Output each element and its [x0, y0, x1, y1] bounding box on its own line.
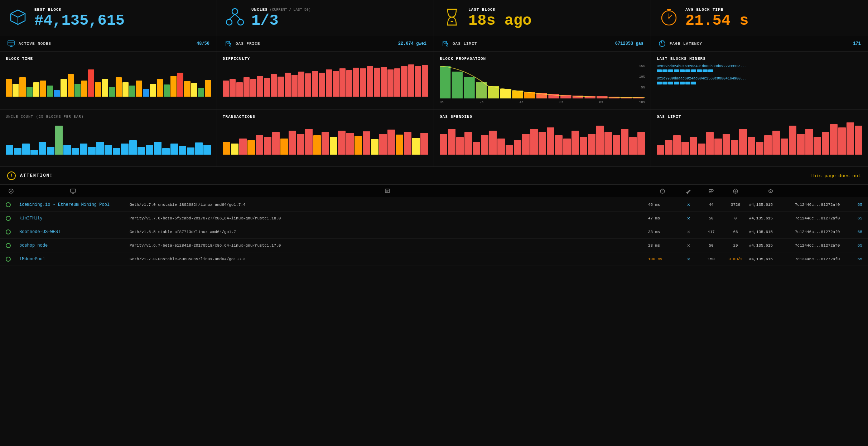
- bar: [401, 66, 407, 97]
- miner-bar: [685, 69, 690, 72]
- bar: [280, 139, 288, 155]
- node-name[interactable]: Bootnode-US-WEST: [19, 229, 127, 234]
- bar: [129, 140, 137, 155]
- miners-list: 0x829bd824b016326a401d083b33d092293333a.…: [657, 64, 862, 84]
- node-row[interactable]: kinΞTHity Parity/v1.7.0-beta-5f2cabd-201…: [0, 212, 868, 225]
- bar: [96, 142, 104, 155]
- node-num: 65: [848, 230, 862, 234]
- bar: [313, 135, 321, 155]
- bar: [387, 130, 395, 155]
- secondary-stats-row: ACTIVE NODES 48/50 GAS PRICE 22.074 gwei…: [0, 36, 868, 52]
- svg-line-1: [18, 14, 25, 17]
- miner-addr-2: 0x1e9939daaad6924ad004c2560e90804164900.…: [657, 77, 862, 81]
- bar: [456, 137, 464, 155]
- miner-bars-1: [657, 69, 862, 72]
- bar: [731, 140, 738, 155]
- gas-spending-title: GAS SPENDING: [440, 115, 645, 119]
- bar: [572, 131, 579, 155]
- cube-icon: [7, 6, 29, 29]
- th-latency-icon: [648, 188, 677, 194]
- node-name[interactable]: bcshop node: [19, 243, 127, 248]
- miner-bar: [662, 69, 667, 72]
- hourglass-icon: [441, 6, 463, 29]
- mining-icon: ✕: [680, 256, 698, 262]
- bar: [489, 131, 497, 155]
- node-block: #4,135,615: [749, 203, 792, 207]
- node-peers: 417: [700, 230, 722, 234]
- bar: [122, 82, 129, 97]
- gas-limit-stat: GAS LIMIT 6712353 gas: [434, 36, 651, 51]
- node-name[interactable]: icemining.io - Ethereum Mining Pool: [19, 202, 127, 207]
- bar: [223, 142, 230, 155]
- gas-limit-label: GAS LIMIT: [453, 42, 612, 46]
- th-client-icon: [130, 188, 645, 194]
- last-blocks-miners-title: LAST BLOCKS MINERS: [657, 57, 862, 61]
- block-time-chart: BLOCK TIME: [0, 52, 217, 110]
- bar: [440, 134, 447, 155]
- miner-entry-1: 0x829bd824b016326a401d083b33d092293333a.…: [657, 64, 862, 72]
- bar: [116, 77, 122, 97]
- node-row[interactable]: lMdonePool Geth/v1.7.0-unstable-60c858a5…: [0, 252, 868, 266]
- bar: [555, 135, 563, 155]
- svg-line-7: [235, 14, 241, 19]
- bar: [14, 148, 21, 155]
- node-row[interactable]: Bootnode-US-WEST Geth/v1.6.5-stable-cf87…: [0, 225, 868, 239]
- bar: [239, 139, 247, 155]
- difficulty-chart: DIFFICULTY: [217, 52, 434, 110]
- bar: [363, 131, 370, 155]
- bar: [162, 148, 170, 155]
- gas-limit-icon: [441, 40, 449, 48]
- top-stats-row: BEST BLOCK #4,135,615 UNCLES (CURRENT / …: [0, 0, 868, 36]
- node-client: Parity/v1.6.7-beta-e128418-20170518/x86_…: [130, 243, 645, 248]
- bar: [522, 134, 530, 155]
- bar: [781, 139, 788, 155]
- bar: [322, 132, 329, 155]
- node-name[interactable]: lMdonePool: [19, 257, 127, 262]
- bar: [285, 73, 291, 97]
- node-num: 65: [848, 243, 862, 248]
- bar: [272, 132, 280, 155]
- node-status-indicator: [6, 229, 16, 234]
- node-status-indicator: [6, 216, 16, 221]
- node-name[interactable]: kinΞTHity: [19, 216, 127, 221]
- gas-limit-value: 6712353 gas: [615, 41, 643, 46]
- th-cube-icon: [749, 188, 792, 194]
- bar: [33, 82, 39, 97]
- last-blocks-miners-chart: LAST BLOCKS MINERS 0x829bd824b016326a401…: [651, 52, 868, 110]
- bar: [381, 67, 387, 97]
- bar: [30, 150, 38, 155]
- bar: [855, 126, 862, 155]
- bar: [74, 84, 81, 97]
- bar: [326, 69, 332, 97]
- mining-icon: ✕: [680, 215, 698, 221]
- mining-icon: ✕: [680, 229, 698, 235]
- bar: [613, 135, 620, 155]
- bar: [604, 132, 612, 155]
- bar: [530, 129, 538, 155]
- uncle-count-bars: [6, 122, 211, 155]
- bar: [250, 79, 256, 97]
- uncles-sublabel: (CURRENT / LAST 50): [270, 8, 311, 12]
- svg-point-50: [660, 189, 665, 193]
- bar: [739, 129, 747, 155]
- node-row[interactable]: icemining.io - Ethereum Mining Pool Geth…: [0, 198, 868, 212]
- bar: [764, 135, 772, 155]
- active-nodes-stat: ACTIVE NODES 48/50: [0, 36, 217, 51]
- bar: [47, 147, 54, 155]
- node-client: Geth/v1.7.0-unstable-60c858a5/linux-amd6…: [130, 257, 645, 261]
- miner-bar: [691, 82, 696, 84]
- page-latency-label: PAGE LATENCY: [670, 42, 849, 46]
- mining-icon: ✕: [680, 242, 698, 248]
- bar: [109, 87, 115, 97]
- bar: [157, 79, 163, 97]
- th-monitor-icon: [19, 188, 127, 194]
- bar: [657, 145, 664, 155]
- bar: [706, 132, 714, 155]
- bar: [448, 129, 455, 155]
- bar: [506, 145, 513, 155]
- node-status-indicator: [6, 202, 16, 207]
- miner-bar: [668, 69, 673, 72]
- node-row[interactable]: bcshop node Parity/v1.6.7-beta-e128418-2…: [0, 239, 868, 252]
- node-peers: 50: [700, 243, 722, 248]
- bar: [305, 73, 311, 97]
